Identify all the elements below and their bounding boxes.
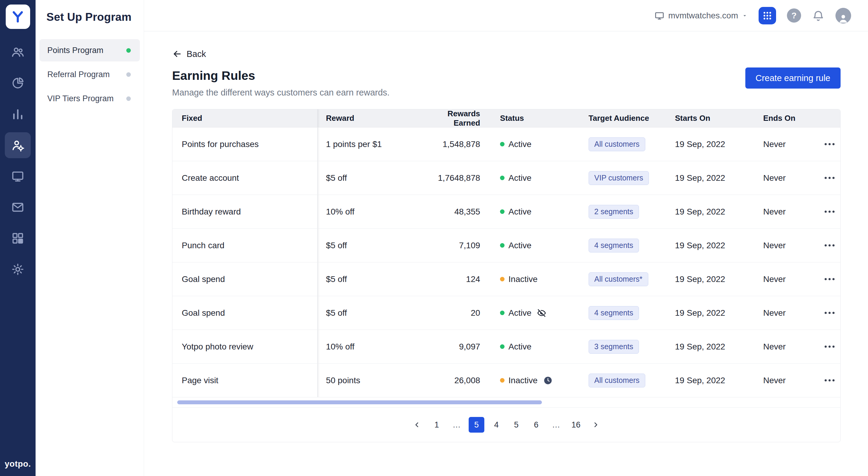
apps-grid-button[interactable]: [758, 7, 776, 24]
status-cell: Active: [483, 161, 587, 195]
table-row: Create account $5 off 1,7648,878 Active …: [173, 161, 840, 195]
main-area: mvmtwatches.com ? Back Earning Rules Man…: [144, 0, 868, 476]
sidebar-item-points-program[interactable]: Points Program: [39, 39, 140, 61]
earning-rules-table: Fixed Reward Rewards Earned Status Targe…: [172, 109, 841, 442]
row-actions-button[interactable]: [822, 342, 837, 351]
rule-name: Goal spend: [173, 296, 318, 329]
sidebar-item-display[interactable]: [5, 163, 31, 189]
status-cell: Active: [483, 330, 587, 363]
store-selector[interactable]: mvmtwatches.com: [654, 10, 748, 21]
chevron-right-icon: [592, 421, 600, 429]
audience-chip: All customers: [589, 374, 645, 387]
program-list: Points Program Referral Program VIP Tier…: [36, 39, 144, 110]
audience-cell: 4 segments: [587, 229, 674, 262]
row-actions-button[interactable]: [822, 207, 837, 216]
apps-grid-icon: [763, 11, 772, 20]
status-dot-gray: [126, 96, 131, 101]
starts-on-value: 19 Sep, 2022: [674, 161, 762, 195]
pagination-page-button[interactable]: 1: [429, 417, 444, 433]
sidebar-item-reports[interactable]: [5, 101, 31, 127]
yotpo-logo[interactable]: [6, 4, 30, 29]
sidebar-item-messages[interactable]: [5, 194, 31, 220]
pagination-page-button[interactable]: 6: [528, 417, 544, 433]
arrow-left-icon: [172, 49, 182, 59]
status-dot: [500, 142, 504, 147]
ends-on-value: Never: [762, 363, 822, 397]
sidebar-item-analytics[interactable]: [5, 70, 31, 96]
starts-on-value: 19 Sep, 2022: [674, 127, 762, 161]
app-nav: [5, 39, 31, 282]
horizontal-scrollbar[interactable]: [173, 398, 840, 408]
ends-on-value: Never: [762, 229, 822, 262]
yotpo-wordmark: yotpo.: [5, 459, 31, 469]
actions-cell: [822, 127, 840, 161]
row-actions-button[interactable]: [822, 241, 837, 250]
rule-reward: $5 off: [318, 262, 426, 296]
topbar: mvmtwatches.com ?: [144, 0, 868, 31]
pagination: 1 … 5 4 5 6 … 16: [173, 408, 840, 442]
back-button[interactable]: Back: [172, 49, 206, 59]
rule-name: Create account: [173, 161, 318, 195]
pie-chart-icon: [11, 76, 24, 90]
rule-name: Points for purchases: [173, 127, 318, 161]
pagination-page-button[interactable]: 5: [508, 417, 524, 433]
status-cell: Active: [483, 229, 587, 262]
starts-on-value: 19 Sep, 2022: [674, 195, 762, 228]
row-actions-button[interactable]: [822, 275, 837, 284]
table-row: Page visit 50 points 26,008 Inactive All…: [173, 363, 840, 398]
starts-on-value: 19 Sep, 2022: [674, 229, 762, 262]
create-earning-rule-button[interactable]: Create earning rule: [745, 67, 841, 89]
rule-reward: 10% off: [318, 195, 426, 228]
audience-chip: 4 segments: [589, 306, 639, 320]
account-avatar[interactable]: [835, 8, 851, 24]
store-domain-label: mvmtwatches.com: [668, 11, 738, 21]
row-actions-button[interactable]: [822, 139, 837, 149]
status-label: Inactive: [508, 376, 538, 385]
table-row: Birthday reward 10% off 48,355 Active 2 …: [173, 195, 840, 229]
notifications-button[interactable]: [812, 9, 825, 22]
audience-cell: All customers: [587, 127, 674, 161]
sidebar-item-settings[interactable]: [5, 256, 31, 282]
actions-cell: [822, 363, 840, 397]
sidebar-item-loyalty-customers[interactable]: [5, 132, 31, 158]
status-label: Active: [508, 207, 531, 217]
help-button[interactable]: ?: [787, 8, 801, 23]
status-dot: [500, 277, 504, 281]
page-subtitle: Manage the different ways customers can …: [172, 88, 841, 98]
starts-on-value: 19 Sep, 2022: [674, 330, 762, 363]
sidebar-item-vip-tiers-program[interactable]: VIP Tiers Program: [39, 87, 140, 110]
sidebar-item-widgets[interactable]: [5, 225, 31, 251]
ends-on-value: Never: [762, 330, 822, 363]
status-dot: [500, 176, 504, 180]
pagination-current-page[interactable]: 5: [469, 417, 484, 433]
audience-chip: All customers: [589, 137, 645, 151]
starts-on-value: 19 Sep, 2022: [674, 363, 762, 397]
page-content: Back Earning Rules Manage the different …: [144, 31, 868, 442]
ends-on-value: Never: [762, 262, 822, 296]
rule-name: Birthday reward: [173, 195, 318, 228]
row-actions-button[interactable]: [822, 173, 837, 183]
pagination-prev-button[interactable]: [409, 417, 425, 433]
rewards-earned-value: 7,109: [426, 229, 483, 262]
pagination-page-button[interactable]: 16: [568, 417, 584, 433]
rewards-earned-value: 9,097: [426, 330, 483, 363]
status-label: Active: [508, 308, 531, 318]
status-label: Active: [508, 173, 531, 183]
status-cell: Inactive: [483, 262, 587, 296]
scrollbar-thumb[interactable]: [177, 401, 542, 404]
sidebar-item-referral-program[interactable]: Referral Program: [39, 63, 140, 86]
ends-on-value: Never: [762, 161, 822, 195]
pagination-page-button[interactable]: 4: [489, 417, 504, 433]
starts-on-value: 19 Sep, 2022: [674, 296, 762, 329]
audience-chip: VIP customers: [589, 171, 649, 185]
row-actions-button[interactable]: [822, 376, 837, 385]
audience-cell: VIP customers: [587, 161, 674, 195]
status-dot: [500, 311, 504, 315]
program-item-label: VIP Tiers Program: [47, 94, 114, 103]
sidebar-item-users[interactable]: [5, 39, 31, 65]
status-label: Active: [508, 241, 531, 250]
actions-cell: [822, 195, 840, 228]
row-actions-button[interactable]: [822, 308, 837, 318]
pagination-next-button[interactable]: [588, 417, 604, 433]
back-label: Back: [187, 49, 206, 59]
